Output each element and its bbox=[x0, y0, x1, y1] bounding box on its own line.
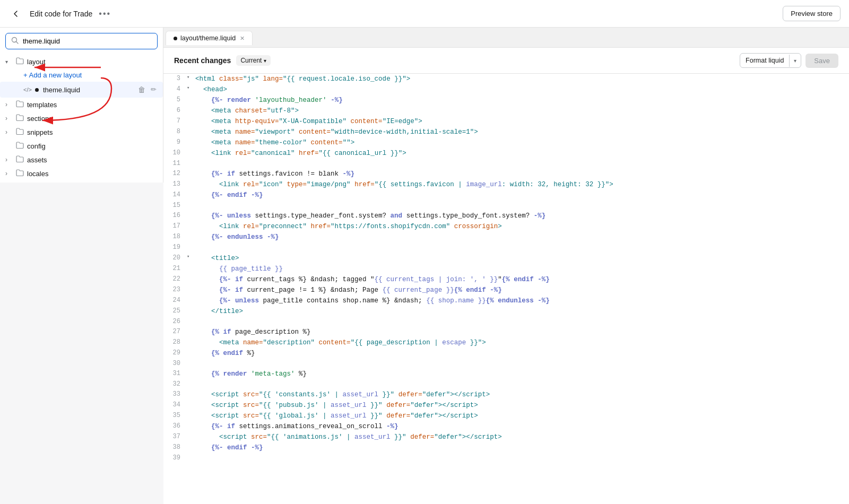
chevron-icon: › bbox=[5, 156, 13, 163]
line-number: 24 bbox=[163, 296, 187, 306]
more-menu-button[interactable]: ••• bbox=[99, 9, 111, 19]
line-number: 32 bbox=[163, 379, 187, 389]
line-number: 22 bbox=[163, 274, 187, 284]
line-content: </title> bbox=[195, 306, 849, 317]
tree-item-config[interactable]: config bbox=[0, 139, 163, 153]
file-tree: ▾ layout + Add a new layout </> them bbox=[0, 53, 163, 183]
tree-item-locales[interactable]: › locales bbox=[0, 167, 163, 180]
line-number: 17 bbox=[163, 221, 187, 231]
code-line: 38 {%- endif -%} bbox=[163, 442, 849, 453]
tab-close-icon[interactable]: ✕ bbox=[240, 35, 245, 42]
chevron-icon: › bbox=[5, 115, 13, 122]
tree-item-theme-liquid[interactable]: </> theme.liquid 🗑 ✏ bbox=[0, 82, 163, 98]
code-line: 6 <meta charset="utf-8"> bbox=[163, 106, 849, 116]
code-line: 21 {{ page_title }} bbox=[163, 264, 849, 274]
line-content: <link rel="canonical" href="{{ canonical… bbox=[195, 148, 849, 159]
tree-item-snippets[interactable]: › snippets bbox=[0, 125, 163, 139]
line-content: <script src="{{ 'pubsub.js' | asset_url … bbox=[195, 400, 849, 411]
line-number: 25 bbox=[163, 306, 187, 316]
current-label: Current bbox=[240, 57, 262, 64]
back-button[interactable] bbox=[8, 6, 23, 21]
line-content: {% if page_description %} bbox=[195, 327, 849, 337]
line-number: 29 bbox=[163, 348, 187, 358]
search-icon bbox=[11, 37, 19, 46]
tab-bar: layout/theme.liquid ✕ bbox=[163, 28, 849, 48]
line-content: {%- unless settings.type_header_font.sys… bbox=[195, 211, 849, 221]
line-content: {%- endif -%} bbox=[195, 190, 849, 201]
code-editor[interactable]: 3▾<html class="js" lang="{{ request.loca… bbox=[163, 74, 849, 504]
line-content: <html class="js" lang="{{ request.locale… bbox=[195, 74, 849, 84]
code-line: 34 <script src="{{ 'pubsub.js' | asset_u… bbox=[163, 400, 849, 411]
search-bar[interactable] bbox=[5, 33, 158, 49]
tree-label-snippets: snippets bbox=[27, 128, 158, 136]
code-line: 22 {%- if current_tags %} &ndash; tagged… bbox=[163, 274, 849, 285]
main-layout: ▾ layout + Add a new layout </> them bbox=[0, 28, 849, 504]
line-number: 10 bbox=[163, 148, 187, 158]
code-line: 9 <meta name="theme-color" content=""> bbox=[163, 137, 849, 148]
tree-item-sections[interactable]: › sections bbox=[0, 111, 163, 125]
code-line: 5 {%- render 'layouthub_header' -%} bbox=[163, 95, 849, 106]
line-content: {%- render 'layouthub_header' -%} bbox=[195, 95, 849, 106]
line-content: {% endif %} bbox=[195, 348, 849, 359]
code-line: 24 {%- unless page_title contains shop.n… bbox=[163, 296, 849, 306]
folder-icon bbox=[16, 155, 24, 164]
add-layout-link[interactable]: + Add a new layout bbox=[23, 71, 82, 79]
folder-icon bbox=[16, 57, 24, 66]
fold-chevron[interactable]: ▾ bbox=[187, 253, 195, 260]
fold-chevron[interactable]: ▾ bbox=[187, 74, 195, 81]
file-type-icon: </> bbox=[23, 86, 32, 93]
tree-item-layout[interactable]: ▾ layout bbox=[0, 55, 163, 68]
format-liquid-label[interactable]: Format liquid bbox=[740, 54, 789, 67]
save-button[interactable]: Save bbox=[805, 54, 838, 68]
editor-tab-theme-liquid[interactable]: layout/theme.liquid ✕ bbox=[166, 31, 253, 45]
line-number: 15 bbox=[163, 201, 187, 211]
line-number: 18 bbox=[163, 232, 187, 242]
editor-toolbar: Recent changes Current ▾ Format liquid ▾… bbox=[163, 48, 849, 74]
fold-chevron[interactable]: ▾ bbox=[187, 84, 195, 92]
code-line: 23 {%- if current_page != 1 %} &ndash; P… bbox=[163, 285, 849, 296]
tree-label-templates: templates bbox=[27, 101, 158, 109]
line-content: <title> bbox=[195, 253, 849, 264]
chevron-icon: ▾ bbox=[5, 59, 13, 65]
code-line: 25 </title> bbox=[163, 306, 849, 317]
line-content: <meta name="theme-color" content=""> bbox=[195, 137, 849, 148]
modified-dot bbox=[35, 88, 39, 92]
line-number: 8 bbox=[163, 127, 187, 137]
tree-item-templates[interactable]: › templates bbox=[0, 98, 163, 111]
page-title: Edit code for Trade bbox=[30, 10, 92, 18]
line-number: 38 bbox=[163, 442, 187, 453]
delete-icon[interactable]: 🗑 bbox=[137, 84, 146, 95]
code-line: 11 bbox=[163, 159, 849, 169]
format-liquid-button[interactable]: Format liquid ▾ bbox=[740, 53, 801, 68]
tab-modified-dot bbox=[174, 37, 177, 40]
current-dropdown[interactable]: Current ▾ bbox=[236, 55, 271, 66]
file-actions: 🗑 ✏ bbox=[137, 84, 158, 95]
code-line: 33 <script src="{{ 'constants.js' | asse… bbox=[163, 389, 849, 400]
line-number: 36 bbox=[163, 421, 187, 431]
code-line: 4▾ <head> bbox=[163, 84, 849, 95]
tree-label-locales: locales bbox=[27, 170, 158, 178]
tree-item-add-layout[interactable]: + Add a new layout bbox=[0, 68, 163, 82]
tab-label: layout/theme.liquid bbox=[180, 34, 236, 42]
code-line: 16 {%- unless settings.type_header_font.… bbox=[163, 211, 849, 221]
code-line: 30 bbox=[163, 359, 849, 369]
code-line: 39 bbox=[163, 453, 849, 463]
line-number: 23 bbox=[163, 285, 187, 295]
tree-label-assets: assets bbox=[27, 156, 158, 164]
sidebar: ▾ layout + Add a new layout </> them bbox=[0, 28, 163, 183]
preview-store-button[interactable]: Preview store bbox=[783, 6, 841, 21]
code-line: 18 {%- endunless -%} bbox=[163, 232, 849, 242]
chevron-down-icon: ▾ bbox=[264, 58, 266, 64]
rename-icon[interactable]: ✏ bbox=[150, 84, 158, 95]
line-number: 19 bbox=[163, 242, 187, 253]
tree-item-assets[interactable]: › assets bbox=[0, 153, 163, 167]
line-number: 4 bbox=[163, 84, 187, 94]
folder-icon bbox=[16, 142, 24, 150]
tree-label-config: config bbox=[27, 142, 158, 150]
search-input[interactable] bbox=[23, 37, 152, 45]
tree-label-sections: sections bbox=[27, 115, 158, 123]
code-line: 35 <script src="{{ 'global.js' | asset_u… bbox=[163, 411, 849, 421]
code-line: 13 <link rel="icon" type="image/png" hre… bbox=[163, 179, 849, 190]
code-line: 17 <link rel="preconnect" href="https://… bbox=[163, 221, 849, 232]
format-caret-icon[interactable]: ▾ bbox=[789, 55, 801, 67]
